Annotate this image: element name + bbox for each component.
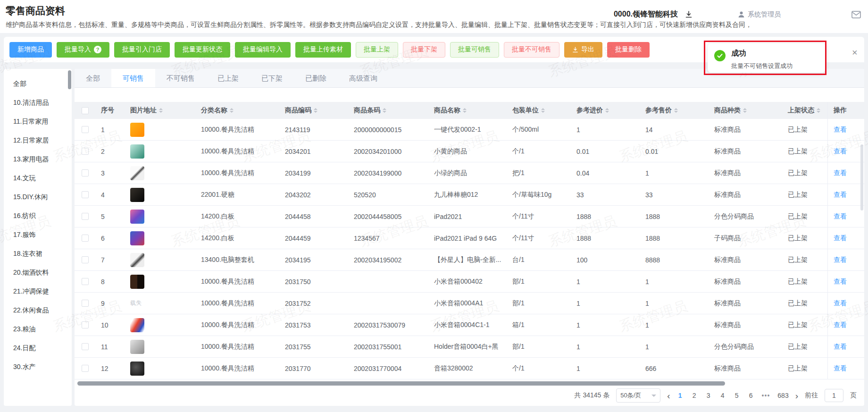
next-page-button[interactable]: › [795, 391, 798, 400]
view-link[interactable]: 查看 [834, 147, 847, 156]
view-link[interactable]: 查看 [834, 169, 847, 177]
column-header[interactable]: 包装单位 [507, 106, 571, 115]
sort-icon[interactable] [817, 106, 820, 115]
product-image[interactable] [130, 275, 144, 289]
status-tab[interactable]: 已上架 [206, 69, 250, 87]
product-image[interactable] [130, 362, 144, 376]
row-checkbox[interactable] [82, 365, 89, 372]
sidebar-category-item[interactable]: 30.水产 [4, 358, 72, 377]
sort-icon[interactable] [383, 106, 386, 115]
toolbar-button[interactable]: 新增商品 [9, 42, 52, 58]
page-number[interactable]: 4 [719, 392, 726, 399]
sidebar-category-item[interactable]: 13.家用电器 [4, 150, 72, 169]
column-header[interactable]: 操作 [827, 102, 864, 119]
column-header[interactable]: 序号 [95, 106, 125, 115]
product-image[interactable] [130, 231, 144, 245]
row-checkbox[interactable] [82, 235, 89, 242]
row-checkbox[interactable] [82, 191, 89, 198]
view-link[interactable]: 查看 [834, 299, 847, 308]
view-link[interactable]: 查看 [834, 212, 847, 221]
toolbar-button[interactable]: 导出 [564, 42, 602, 58]
sidebar-category-item[interactable]: 17.服饰 [4, 226, 72, 244]
select-all-checkbox[interactable] [82, 107, 89, 114]
sidebar-category-item[interactable]: 23.粮油 [4, 320, 72, 339]
user-menu[interactable]: 系统管理员 [738, 10, 781, 19]
row-checkbox[interactable] [82, 126, 89, 133]
sidebar-category-item[interactable]: 11.日常家用 [4, 112, 72, 131]
sidebar-category-item[interactable]: 10.清洁用品 [4, 93, 72, 112]
horizontal-scrollbar[interactable] [77, 381, 725, 386]
product-image[interactable] [130, 210, 144, 224]
product-image[interactable] [130, 188, 144, 202]
goto-page-input[interactable] [825, 389, 843, 402]
view-link[interactable]: 查看 [834, 234, 847, 243]
page-number[interactable]: 2 [691, 392, 698, 399]
sidebar-scrollbar[interactable] [68, 70, 71, 89]
product-image[interactable] [130, 340, 144, 354]
status-tab[interactable]: 可销售 [111, 69, 155, 87]
row-checkbox[interactable] [82, 300, 89, 307]
sidebar-category-item[interactable]: 22.休闲食品 [4, 301, 72, 320]
view-link[interactable]: 查看 [834, 343, 847, 351]
toolbar-button[interactable]: 批量不可销售 [504, 42, 559, 58]
sort-icon[interactable] [463, 106, 467, 115]
view-link[interactable]: 查看 [834, 321, 847, 329]
column-header[interactable]: 参考售价 [640, 106, 709, 115]
toolbar-button[interactable]: 批量引入门店 [114, 42, 170, 58]
sidebar-category-item[interactable]: 16.纺织 [4, 207, 72, 226]
sidebar-category-item[interactable]: 21.冲调保健 [4, 282, 72, 301]
toolbar-button[interactable]: 批量删除 [607, 42, 650, 58]
status-tab[interactable]: 高级查询 [338, 69, 389, 87]
toolbar-button[interactable]: 批量编辑导入 [235, 42, 291, 58]
view-link[interactable]: 查看 [834, 191, 847, 199]
status-tab[interactable]: 已删除 [294, 69, 338, 87]
sort-icon[interactable] [674, 106, 678, 115]
toolbar-button[interactable]: 批量更新状态 [175, 42, 230, 58]
sort-icon[interactable] [230, 106, 234, 115]
vertical-scrollbar[interactable] [860, 144, 863, 210]
sidebar-category-item[interactable]: 15.DIY.休闲 [4, 188, 72, 207]
product-image[interactable] [130, 144, 144, 159]
product-image[interactable] [130, 123, 144, 137]
sort-icon[interactable] [743, 106, 747, 115]
toolbar-button[interactable]: 批量导入 ? [57, 42, 109, 58]
row-checkbox[interactable] [82, 169, 89, 177]
page-number[interactable]: 1 [677, 392, 684, 399]
sort-icon[interactable] [605, 106, 609, 115]
view-link[interactable]: 查看 [834, 126, 847, 134]
page-size-select[interactable]: 50条/页 [616, 388, 660, 403]
row-checkbox[interactable] [82, 148, 89, 155]
column-header[interactable]: 商品条码 [348, 106, 428, 115]
sidebar-category-item[interactable]: 18.连衣裙 [4, 244, 72, 263]
view-link[interactable]: 查看 [834, 364, 847, 373]
page-number[interactable]: ••• [762, 392, 770, 399]
page-number[interactable]: 3 [705, 392, 712, 399]
sidebar-category-item[interactable]: 14.文玩 [4, 169, 72, 188]
page-number[interactable]: 5 [734, 392, 740, 399]
status-tab[interactable]: 全部 [75, 69, 111, 87]
sidebar-category-item[interactable]: 全部 [4, 75, 72, 93]
sort-icon[interactable] [159, 106, 163, 115]
view-link[interactable]: 查看 [834, 256, 847, 264]
column-header[interactable]: 商品种类 [709, 106, 782, 115]
product-image[interactable] [130, 253, 144, 267]
column-header[interactable]: 分类名称 [195, 106, 279, 115]
toolbar-button[interactable]: 批量上架 [356, 42, 398, 58]
sidebar-category-item[interactable]: 12.日常家居 [4, 131, 72, 150]
sort-icon[interactable] [314, 106, 317, 115]
sidebar-category-item[interactable]: 20.烟酒饮料 [4, 263, 72, 282]
status-tab[interactable]: 已下架 [250, 69, 294, 87]
row-checkbox[interactable] [82, 321, 89, 328]
row-checkbox[interactable] [82, 278, 89, 285]
message-icon[interactable] [851, 11, 861, 18]
toolbar-button[interactable]: 批量可销售 [450, 42, 499, 58]
toolbar-button[interactable]: 批量上传素材 [295, 42, 351, 58]
column-header[interactable]: 参考进价 [571, 106, 640, 115]
page-number[interactable]: 6 [748, 392, 754, 399]
column-header[interactable]: 图片地址 [125, 106, 195, 115]
column-header[interactable]: 商品编码 [279, 106, 348, 115]
status-tab[interactable]: 不可销售 [155, 69, 206, 87]
row-checkbox[interactable] [82, 213, 89, 220]
view-link[interactable]: 查看 [834, 277, 847, 286]
row-checkbox[interactable] [82, 256, 89, 263]
